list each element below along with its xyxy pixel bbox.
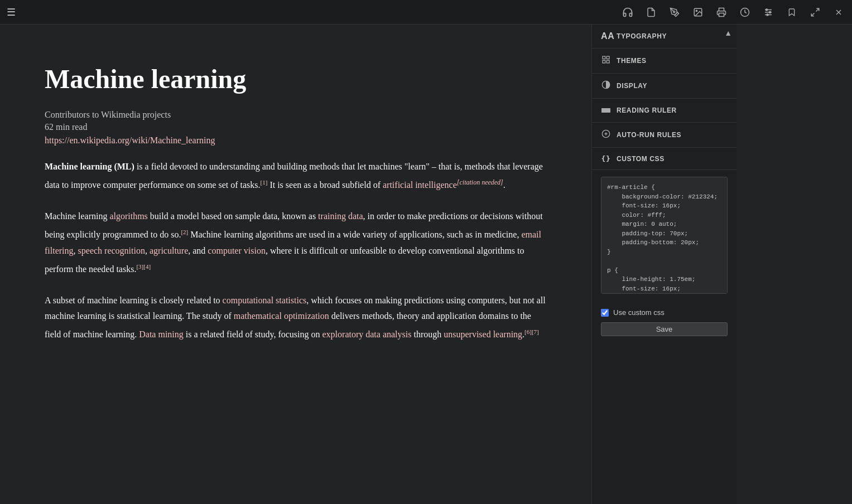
- panel-section-typography[interactable]: Aa TYPOGRAPHY: [592, 25, 737, 49]
- link-mathematical-optimization[interactable]: mathematical optimization: [234, 311, 329, 321]
- article-title: Machine learning: [45, 64, 547, 94]
- typography-label: TYPOGRAPHY: [617, 32, 667, 40]
- toolbar-right: [621, 6, 845, 19]
- svg-rect-18: [603, 60, 605, 63]
- themes-label: THEMES: [617, 57, 647, 65]
- panel-section-themes[interactable]: THEMES: [592, 49, 737, 74]
- panel-section-custom-css[interactable]: {} CUSTOM CSS: [592, 148, 737, 170]
- panel-section-reading-ruler[interactable]: READING RULER: [592, 99, 737, 123]
- custom-css-area: #rm-article { background-color: #212324;…: [592, 170, 737, 303]
- reading-ruler-icon: [601, 105, 611, 115]
- article-paragraph-3: A subset of machine learning is closely …: [45, 293, 547, 342]
- svg-point-10: [767, 14, 768, 16]
- toolbar: ☰: [0, 0, 852, 25]
- svg-rect-3: [719, 13, 724, 16]
- right-panel: ▲ Aa TYPOGRAPHY THEMES: [591, 25, 737, 504]
- link-computational-statistics[interactable]: computational statistics: [223, 295, 307, 305]
- custom-css-icon: {}: [601, 154, 611, 163]
- svg-line-12: [811, 13, 814, 16]
- svg-rect-20: [601, 108, 610, 113]
- auto-run-icon: [601, 129, 611, 140]
- article-paragraph-2: Machine learning algorithms build a mode…: [45, 209, 547, 277]
- link-agriculture[interactable]: agriculture: [150, 246, 188, 255]
- article-content: Machine learning Contributors to Wikimed…: [0, 25, 591, 504]
- link-data-mining[interactable]: Data mining: [139, 329, 184, 339]
- panel-section-display[interactable]: DISPLAY: [592, 74, 737, 99]
- article-source-link[interactable]: https://en.wikipedia.org/wiki/Machine_le…: [45, 135, 215, 145]
- custom-css-label: CUSTOM CSS: [617, 155, 665, 163]
- bookmark-icon[interactable]: [785, 6, 798, 19]
- document-icon[interactable]: [644, 6, 658, 19]
- print-icon[interactable]: [715, 6, 728, 19]
- adjust-icon[interactable]: [762, 6, 775, 19]
- link-unsupervised-learning[interactable]: unsupervised learning: [444, 329, 522, 339]
- headphones-icon[interactable]: [621, 6, 634, 19]
- svg-rect-15: [603, 56, 605, 59]
- svg-rect-17: [606, 60, 609, 63]
- highlight-icon[interactable]: [668, 6, 681, 19]
- toolbar-left: ☰: [7, 6, 20, 18]
- article-paragraph-1: Machine learning (ML) is a field devoted…: [45, 159, 547, 193]
- link-algorithms[interactable]: algorithms: [109, 211, 147, 221]
- link-exploratory-data-analysis[interactable]: exploratory data analysis: [322, 329, 412, 339]
- panel-section-auto-run-rules[interactable]: AUTO-RUN RULES: [592, 123, 737, 148]
- css-editor-textarea[interactable]: #rm-article { background-color: #212324;…: [601, 177, 728, 294]
- svg-rect-16: [606, 56, 609, 59]
- clock-icon[interactable]: [738, 6, 752, 19]
- panel-collapse-button[interactable]: ▲: [724, 29, 732, 38]
- svg-line-11: [816, 8, 819, 11]
- link-training-data[interactable]: training data: [318, 211, 363, 221]
- main-area: Machine learning Contributors to Wikimed…: [0, 25, 852, 504]
- svg-point-8: [766, 9, 768, 11]
- link-speech-recognition[interactable]: speech recognition: [78, 246, 145, 255]
- display-label: DISPLAY: [617, 82, 647, 90]
- link-computer-vision[interactable]: computer vision: [208, 246, 266, 255]
- fullscreen-icon[interactable]: [808, 6, 822, 19]
- link-ai[interactable]: artificial intelligence: [383, 180, 457, 190]
- image-icon[interactable]: [691, 6, 705, 19]
- svg-point-9: [769, 11, 771, 13]
- svg-point-0: [673, 11, 675, 12]
- menu-icon[interactable]: ☰: [7, 6, 16, 18]
- use-custom-css-checkbox[interactable]: [601, 309, 609, 317]
- article-contributors: Contributors to Wikimedia projects: [45, 110, 547, 120]
- display-icon: [601, 80, 611, 91]
- typography-icon: Aa: [601, 31, 611, 41]
- use-custom-css-label: Use custom css: [613, 308, 665, 317]
- reading-ruler-label: READING RULER: [617, 106, 677, 114]
- article-readtime: 62 min read: [45, 122, 547, 132]
- use-custom-css-row: Use custom css: [592, 303, 737, 320]
- close-icon[interactable]: [832, 6, 845, 19]
- auto-run-rules-label: AUTO-RUN RULES: [617, 131, 681, 139]
- svg-point-2: [696, 10, 697, 11]
- article-meta: Contributors to Wikimedia projects 62 mi…: [45, 110, 547, 146]
- save-button[interactable]: Save: [601, 322, 728, 336]
- themes-icon: [601, 55, 611, 66]
